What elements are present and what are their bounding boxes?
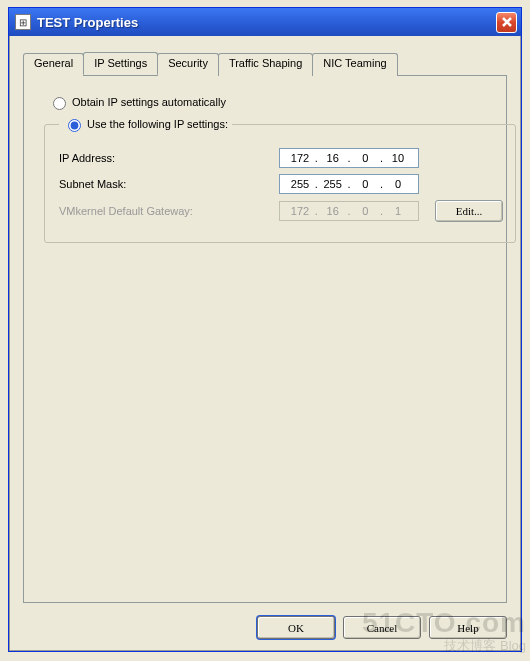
cancel-button[interactable]: Cancel	[343, 616, 421, 639]
radio-auto-row[interactable]: Obtain IP settings automatically	[48, 94, 492, 110]
client-area: General IP Settings Security Traffic Sha…	[13, 40, 517, 647]
tab-nic-teaming[interactable]: NIC Teaming	[312, 53, 397, 76]
subnet-mask-label: Subnet Mask:	[59, 178, 279, 190]
subnet-mask-row: Subnet Mask: 255 . 255 . 0 . 0	[59, 174, 503, 194]
app-icon: ⊞	[15, 14, 31, 30]
mask-oct-4[interactable]: 0	[386, 178, 410, 190]
ok-button[interactable]: OK	[257, 616, 335, 639]
manual-settings-group: Use the following IP settings: IP Addres…	[44, 116, 516, 243]
ip-oct-1[interactable]: 172	[288, 152, 312, 164]
dialog-buttons: OK Cancel Help	[13, 616, 517, 639]
edit-gateway-button[interactable]: Edit...	[435, 200, 503, 222]
radio-manual-label: Use the following IP settings:	[87, 118, 228, 130]
titlebar: ⊞ TEST Properties	[9, 8, 521, 36]
radio-manual-row[interactable]: Use the following IP settings:	[59, 116, 232, 132]
tab-security[interactable]: Security	[157, 53, 219, 76]
window-title: TEST Properties	[37, 15, 496, 30]
properties-dialog: ⊞ TEST Properties General IP Settings Se…	[8, 7, 522, 652]
tab-ip-settings[interactable]: IP Settings	[83, 52, 158, 75]
gateway-input: 172 . 16 . 0 . 1	[279, 201, 419, 221]
mask-oct-1[interactable]: 255	[288, 178, 312, 190]
gw-oct-2: 16	[321, 205, 345, 217]
gw-oct-4: 1	[386, 205, 410, 217]
close-button[interactable]	[496, 12, 517, 33]
gateway-row: VMkernel Default Gateway: 172 . 16 . 0 .…	[59, 200, 503, 222]
ip-address-input[interactable]: 172 . 16 . 0 . 10	[279, 148, 419, 168]
ip-oct-3[interactable]: 0	[353, 152, 377, 164]
ip-address-row: IP Address: 172 . 16 . 0 . 10	[59, 148, 503, 168]
help-button[interactable]: Help	[429, 616, 507, 639]
tab-panel-ip-settings: Obtain IP settings automatically Use the…	[23, 75, 507, 603]
gw-oct-1: 172	[288, 205, 312, 217]
tabs-row: General IP Settings Security Traffic Sha…	[23, 52, 507, 75]
radio-auto[interactable]	[53, 97, 66, 110]
mask-oct-3[interactable]: 0	[353, 178, 377, 190]
radio-auto-label: Obtain IP settings automatically	[72, 96, 226, 108]
tab-general[interactable]: General	[23, 53, 84, 76]
ip-address-label: IP Address:	[59, 152, 279, 164]
ip-oct-2[interactable]: 16	[321, 152, 345, 164]
tab-traffic-shaping[interactable]: Traffic Shaping	[218, 53, 313, 76]
mask-oct-2[interactable]: 255	[321, 178, 345, 190]
subnet-mask-input[interactable]: 255 . 255 . 0 . 0	[279, 174, 419, 194]
close-icon	[502, 17, 512, 27]
gw-oct-3: 0	[353, 205, 377, 217]
radio-manual[interactable]	[68, 119, 81, 132]
ip-oct-4[interactable]: 10	[386, 152, 410, 164]
gateway-label: VMkernel Default Gateway:	[59, 205, 279, 217]
